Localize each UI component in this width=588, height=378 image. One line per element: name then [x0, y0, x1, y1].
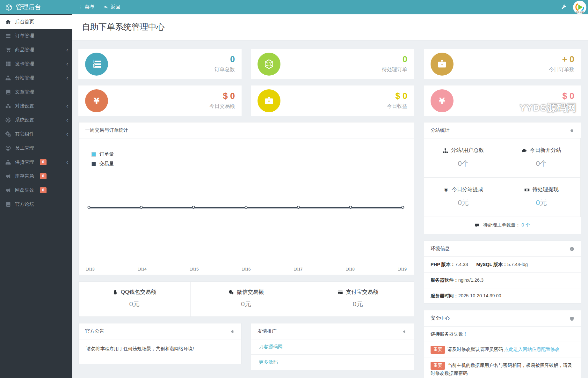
stat-card: + 0 今日订单数: [424, 49, 581, 79]
left-column: 123 0 订单总数 0 待处理: [78, 49, 414, 378]
x-tick-label: 1016: [242, 267, 251, 271]
sidebar-item[interactable]: 供货管理 0 ‹: [0, 155, 72, 169]
branch-stat-cell: ¥ 今日分站提成 0元: [424, 178, 503, 217]
back-label: 返回: [111, 4, 120, 11]
user-icon: [5, 145, 11, 151]
x-tick-label: 1018: [346, 267, 355, 271]
sidebar-item[interactable]: 网盘失效 0: [0, 183, 72, 197]
promo-link[interactable]: 刀客源码网: [259, 344, 283, 349]
sidebar-item[interactable]: 文章管理: [0, 85, 72, 99]
sidebar-item-icon: [5, 103, 11, 109]
server-time-label: 服务器时间：: [431, 293, 458, 298]
stat-card-today-orders-host: + 0 今日订单数: [424, 49, 581, 79]
sidebar-item-label: 订单管理: [15, 33, 34, 39]
sidebar-item-label: 库存告急: [15, 173, 34, 179]
branch-grid: 分站/用户总数 0个 今日新开分站: [424, 138, 581, 217]
mysql-version-label: MySQL 版本：: [476, 262, 507, 267]
security-center-panel: 安全中心 链接服务器失败！ 重要请及时修改默认管理员密码 点此进入网站信息配置修…: [424, 310, 581, 378]
qq-icon: [113, 290, 118, 295]
x-tick-label: 1013: [86, 267, 95, 271]
payment-value: 0元: [302, 300, 414, 308]
promo-link[interactable]: 更多源码: [259, 359, 278, 365]
menu-toggle-button[interactable]: 菜单: [78, 4, 95, 11]
branch-stat-label: 待处理提现: [533, 186, 559, 193]
panel-title: 分站统计: [431, 127, 450, 133]
sidebar-item-label: 供货管理: [15, 159, 34, 165]
x-tick-label: 1014: [138, 267, 147, 271]
count-badge: 0: [40, 173, 47, 179]
legend-item[interactable]: 交易量: [91, 161, 114, 167]
panel-title: 环境信息: [431, 246, 450, 252]
config-edit-link[interactable]: 点此进入网站信息配置修改: [504, 347, 560, 352]
stat-card: 123 0 订单总数: [78, 49, 242, 79]
stat-card-icon: [264, 96, 274, 106]
app-brand[interactable]: 管理后台: [0, 3, 72, 11]
list-ol-icon: 123: [91, 59, 102, 69]
stat-card-icon-circle: [258, 53, 280, 76]
security-password-text: 请及时修改默认管理员密码: [447, 347, 503, 352]
nav-right: 腾讯视频: [561, 1, 588, 14]
sidebar-item[interactable]: 发卡管理 ‹: [0, 57, 72, 71]
payment-stats-row: QQ钱包交易额 0元 微信交易额 0元: [78, 281, 414, 317]
payment-icon: [113, 289, 118, 295]
branch-stat-value: 0个: [427, 159, 500, 168]
branch-stat-icon: [521, 147, 527, 153]
yen-icon: ¥: [91, 96, 102, 106]
avatar[interactable]: 腾讯视频: [573, 1, 586, 14]
legend-item[interactable]: 订单量: [91, 151, 114, 157]
payment-stat-cell: 支付宝交易额 0元: [302, 282, 414, 316]
chart-point: [88, 206, 91, 209]
ticket-count-value: 0 个: [521, 222, 530, 227]
sidebar-item[interactable]: 后台首页: [0, 15, 72, 29]
server-software-label: 服务器软件：: [431, 278, 458, 283]
mysql-version-value: 5.7.44-log: [507, 262, 528, 267]
promo-links: 刀客源码网 更多源码: [251, 339, 414, 370]
back-button[interactable]: 返回: [104, 4, 120, 11]
book-icon: [5, 202, 11, 207]
stat-label: 今日收益: [387, 103, 407, 110]
sidebar-item-icon: [5, 117, 11, 123]
sidebar-item[interactable]: 其它组件 ‹: [0, 127, 72, 141]
announcement-text: 请勿将本程序用于任何违规场景，共创和谐网络环境!: [79, 339, 241, 364]
wrench-icon[interactable]: [561, 4, 567, 10]
dot-icon: [570, 128, 574, 133]
menu-label: 菜单: [85, 4, 95, 11]
nav-links: 菜单 返回: [78, 4, 120, 11]
sidebar-item[interactable]: 对接设置 ‹: [0, 99, 72, 113]
stat-card-icon: ¥: [91, 96, 102, 106]
branch-stat-icon: [524, 186, 530, 192]
brand-title: 管理后台: [16, 3, 41, 11]
chart-point: [192, 206, 195, 209]
sidebar-item[interactable]: 订单管理: [0, 29, 72, 43]
sidebar-item[interactable]: 库存告急 0: [0, 169, 72, 183]
sidebar-item[interactable]: 官方论坛: [0, 197, 72, 211]
stat-card-icon-circle: 123: [85, 53, 108, 76]
promo-link-row: 刀客源码网: [251, 339, 414, 355]
comment-icon: [475, 223, 480, 228]
chevron-left-icon: ‹: [66, 75, 68, 81]
branch-stat-value: 0元: [505, 198, 578, 208]
panel-title: 安全中心: [431, 315, 450, 321]
stat-value: $ 0: [209, 92, 235, 101]
payment-icon: [229, 289, 234, 295]
wechat-icon: [229, 290, 234, 295]
svg-text:¥: ¥: [94, 96, 100, 106]
sidebar-item[interactable]: 分站管理 ‹: [0, 71, 72, 85]
chart-point: [140, 206, 143, 209]
stat-value: $ 0: [554, 92, 574, 101]
sidebar-item[interactable]: 系统设置 ‹: [0, 113, 72, 127]
dot-icon: [570, 128, 574, 133]
sidebar-item[interactable]: 员工管理: [0, 141, 72, 155]
official-announcement-panel: 官方公告 请勿将本程序用于任何违规场景，共创和谐网络环境!: [78, 323, 242, 364]
sidebar-item[interactable]: 商品管理 ‹: [0, 43, 72, 57]
yen-icon: ¥: [437, 96, 447, 106]
reply-icon: [104, 5, 108, 10]
chart-point: [244, 206, 247, 209]
info-icon: [570, 246, 574, 252]
payment-stat-cell: QQ钱包交易额 0元: [79, 282, 191, 316]
bottom-row: 官方公告 请勿将本程序用于任何违规场景，共创和谐网络环境! 友情推广: [78, 323, 414, 370]
book-icon: [5, 89, 11, 95]
bullhorn-icon: [5, 174, 11, 179]
stat-card-icon: ¥: [437, 96, 447, 106]
gear-icon: [5, 117, 11, 123]
